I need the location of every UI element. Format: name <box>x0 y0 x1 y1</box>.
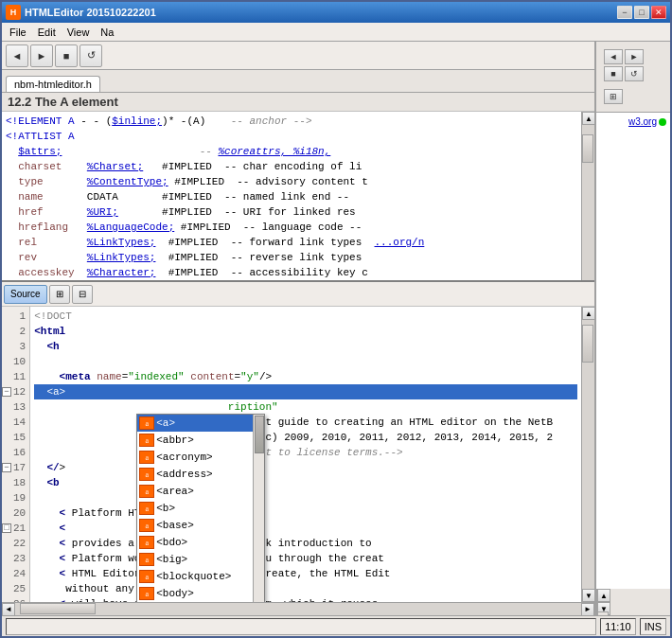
ac-label-acronym: <acronym> <box>156 452 212 463</box>
nav-grid[interactable]: ⊞ <box>604 89 623 104</box>
code-scroll-down[interactable]: ▼ <box>582 589 594 602</box>
code-line-25: without any coding, your <box>34 581 577 596</box>
code-line-10 <box>34 354 577 369</box>
code-line-22: < provides a very simple and quick intro… <box>34 536 577 551</box>
ac-icon-acronym: a <box>139 451 154 464</box>
menu-edit[interactable]: Edit <box>32 25 62 40</box>
status-time: 11:10 <box>600 618 636 635</box>
code-line-17: </> <box>34 460 577 475</box>
line-22: 22 <box>2 536 29 551</box>
line-1: 1 <box>2 309 29 324</box>
code-vscrollbar[interactable]: ▲ ▼ <box>581 307 594 602</box>
code-line-2: <html <box>34 324 577 339</box>
ac-item-big[interactable]: a <big> <box>137 551 264 568</box>
line-17: −17 <box>2 460 29 475</box>
ref-vscrollbar[interactable]: ▲ ▼ <box>581 112 594 282</box>
ac-item-b[interactable]: a <b> <box>137 500 264 517</box>
tab-bar: nbm-htmleditor.h <box>2 70 594 93</box>
close-button[interactable]: ✕ <box>651 6 666 19</box>
toolbar-btn2[interactable]: ⊟ <box>72 285 93 304</box>
menu-view[interactable]: View <box>62 25 96 40</box>
line-14: 14 <box>2 415 29 430</box>
line-19: 19 <box>2 490 29 505</box>
line-13: 13 <box>2 399 29 415</box>
window-title: HTMLEditor 201510222201 <box>25 7 613 18</box>
line-10: 10 <box>2 354 29 369</box>
reference-panel: 12.2 The A element <!ELEMENT A - - ($inl… <box>2 93 594 282</box>
code-scroll-up[interactable]: ▲ <box>582 307 594 320</box>
scroll-up[interactable]: ▲ <box>582 112 594 125</box>
source-toolbar: Source ⊞ ⊟ <box>2 282 594 307</box>
status-mode: INS <box>640 618 666 635</box>
back-button[interactable]: ◄ <box>6 44 28 67</box>
line-16: 16 <box>2 445 29 460</box>
autocomplete-dropdown: a <a> a <abbr> a <acronym> <box>136 414 265 602</box>
nav-stop[interactable]: ■ <box>604 66 623 81</box>
ac-icon-b: a <box>139 502 154 515</box>
toolbar-btn1[interactable]: ⊞ <box>49 285 70 304</box>
maximize-button[interactable]: □ <box>634 6 649 19</box>
line-23: 23 <box>2 551 29 566</box>
line-24: 24 <box>2 566 29 581</box>
menu-bar: File Edit View Na <box>2 23 670 42</box>
right-vscrollbar[interactable]: ▲ ▼ <box>596 589 610 615</box>
editor-tab[interactable]: nbm-htmleditor.h <box>6 76 100 92</box>
menu-na[interactable]: Na <box>95 25 119 40</box>
code-line-18: <b <box>34 475 577 490</box>
forward-button[interactable]: ► <box>30 44 53 67</box>
nav-back[interactable]: ◄ <box>604 49 623 64</box>
ref-content: <!ELEMENT A - - ($inline;)* -(A) -- anch… <box>2 112 581 282</box>
menu-file[interactable]: File <box>4 25 32 40</box>
ac-label-address: <address> <box>156 469 212 480</box>
status-main <box>6 618 596 635</box>
ac-label-blockquote: <blockquote> <box>156 571 231 582</box>
ac-icon-body: a <box>139 587 154 600</box>
ac-icon-big: a <box>139 553 154 566</box>
ac-item-area[interactable]: a <area> <box>137 483 264 500</box>
ac-icon-abbr: a <box>139 434 154 447</box>
code-hscrollbar[interactable]: ◄ ► <box>2 602 594 615</box>
code-line-1: <!DOCT <box>34 309 577 324</box>
ac-scrollbar-thumb <box>255 416 264 453</box>
code-line-12: <a> <box>34 384 577 399</box>
line-12: −12 <box>2 384 29 399</box>
window-controls: − □ ✕ <box>617 6 666 19</box>
line-11: 11 <box>2 369 29 384</box>
code-editor-body: 1 2 3 10 11 −12 13 14 15 16 −17 <box>2 307 594 602</box>
status-indicator: w3.org <box>628 116 666 127</box>
line-21: □21 <box>2 521 29 536</box>
ac-item-body[interactable]: a <body> <box>137 585 264 602</box>
source-button[interactable]: Source <box>4 285 47 304</box>
ac-icon-address: a <box>139 468 154 481</box>
ac-item-abbr[interactable]: a <abbr> <box>137 432 264 449</box>
right-scroll-up[interactable]: ▲ <box>597 589 610 602</box>
ac-item-blockquote[interactable]: a <blockquote> <box>137 568 264 585</box>
ac-item-bdo[interactable]: a <bdo> <box>137 534 264 551</box>
ac-label-a: <a> <box>156 417 175 429</box>
code-hscroll-left[interactable]: ◄ <box>2 603 15 616</box>
nav-refresh[interactable]: ↺ <box>625 66 644 81</box>
code-hscroll-right[interactable]: ► <box>581 603 594 616</box>
ac-item-acronym[interactable]: a <acronym> <box>137 449 264 466</box>
code-line-16: subject to license terms.--> <box>34 445 577 460</box>
ac-item-base[interactable]: a <base> <box>137 517 264 534</box>
stop-button[interactable]: ■ <box>55 44 78 67</box>
nav-forward[interactable]: ► <box>625 49 644 64</box>
code-area[interactable]: <!DOCT <html <h <meta name="indexed" con… <box>30 307 581 602</box>
line-numbers: 1 2 3 10 11 −12 13 14 15 16 −17 <box>2 307 30 602</box>
ac-item-a[interactable]: a <a> <box>137 415 264 432</box>
right-panel: ◄ ► ■ ↺ ⊞ w3.org ▲ <box>594 42 670 615</box>
ac-label-area: <area> <box>156 486 194 497</box>
ac-item-address[interactable]: a <address> <box>137 466 264 483</box>
ac-scrollbar[interactable] <box>253 415 264 602</box>
minimize-button[interactable]: − <box>617 6 632 19</box>
line-15: 15 <box>2 430 29 445</box>
refresh-button[interactable]: ↺ <box>80 44 102 67</box>
ac-icon-blockquote: a <box>139 570 154 583</box>
code-line-23: < Platform workflow by walking you throu… <box>34 551 577 566</box>
line-2: 2 <box>2 324 29 339</box>
w3-link[interactable]: w3.org <box>628 116 657 127</box>
fold-12[interactable]: − <box>2 387 11 397</box>
fold-17[interactable]: − <box>2 463 11 472</box>
fold-21[interactable]: □ <box>2 523 11 533</box>
